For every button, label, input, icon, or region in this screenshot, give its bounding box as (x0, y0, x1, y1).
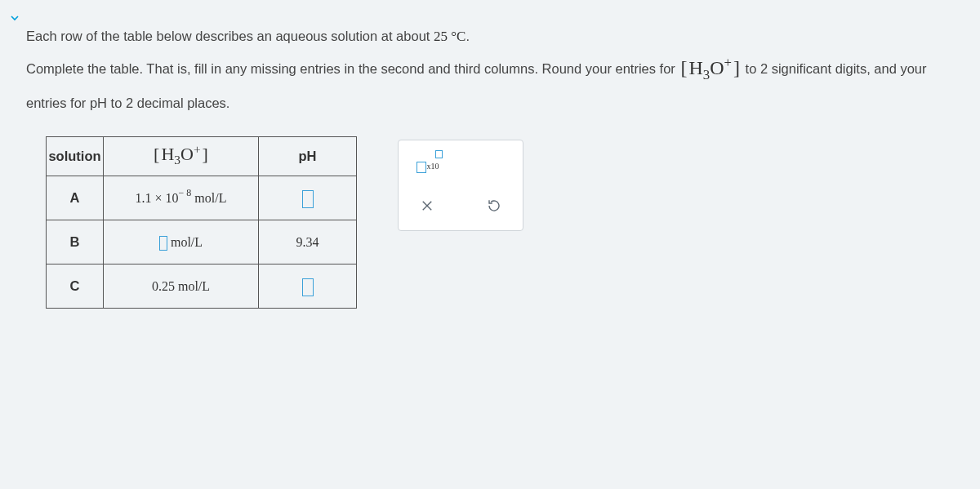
instr1-post: . (466, 29, 470, 43)
times-icon (420, 198, 434, 213)
instr1-temp: 25 °C (434, 29, 466, 44)
table-row: B mol/L 9.34 (47, 220, 357, 265)
row-a-h3o: 1.1 × 10− 8 mol/L (104, 176, 259, 220)
instruction-line-2: Complete the table. That is, fill in any… (26, 51, 954, 117)
undo-icon (487, 198, 501, 213)
header-ph: pH (259, 137, 357, 176)
row-a-unit: mol/L (191, 191, 226, 205)
h3o-formula-inline: [H3O+] (679, 48, 742, 87)
row-b-ph: 9.34 (259, 220, 357, 265)
header-solution: solution (47, 137, 104, 176)
row-b-unit: mol/L (167, 235, 203, 249)
scientific-notation-button[interactable]: x10 (410, 151, 444, 179)
table-row: C 0.25 mol/L (47, 265, 357, 309)
table-row: A 1.1 × 10− 8 mol/L (47, 176, 357, 220)
blank-input-icon (159, 236, 167, 251)
blank-input-icon (302, 190, 314, 208)
input-toolbox: x10 (398, 140, 523, 231)
expand-chevron-button[interactable] (3, 7, 26, 29)
row-a-exp: − 8 (179, 187, 192, 198)
row-a-ph-input[interactable] (259, 176, 357, 220)
clear-button[interactable] (410, 192, 444, 220)
reset-button[interactable] (477, 192, 511, 220)
header-h3o: [H3O+] (104, 137, 259, 176)
instr2-pre: Complete the table. That is, fill in any… (26, 61, 679, 76)
scientific-notation-icon: x10 (415, 155, 440, 175)
instruction-line-1: Each row of the table below describes an… (26, 23, 954, 51)
solution-table: solution [H3O+] pH A 1.1 × 10− 8 mol/L B (46, 136, 357, 309)
row-b-h3o-input[interactable]: mol/L (104, 220, 259, 265)
row-c-label: C (47, 265, 104, 309)
row-c-ph-input[interactable] (259, 265, 357, 309)
blank-input-icon (302, 278, 314, 296)
chevron-down-icon (8, 11, 21, 24)
row-c-h3o: 0.25 mol/L (104, 265, 259, 309)
row-b-label: B (47, 220, 104, 265)
instr1-pre: Each row of the table below describes an… (26, 29, 434, 43)
row-a-label: A (47, 176, 104, 220)
row-a-coef: 1.1 × 10 (136, 191, 179, 205)
